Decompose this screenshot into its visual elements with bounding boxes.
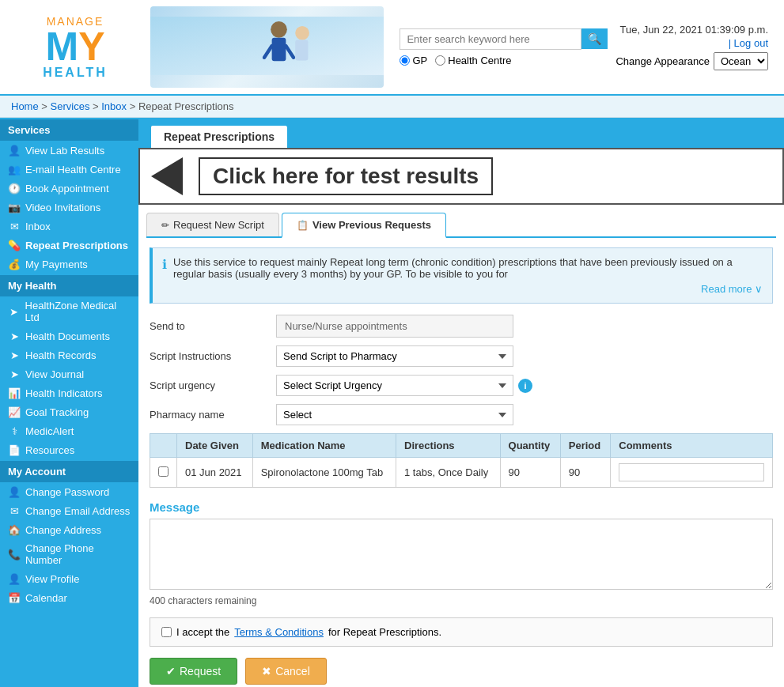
sidebar-item-medicalert[interactable]: ⚕ MedicAlert — [0, 421, 138, 440]
logout-link[interactable]: | Log out — [729, 37, 768, 49]
svg-rect-2 — [272, 38, 286, 62]
tab-view-previous-requests[interactable]: 📋 View Previous Requests — [282, 213, 446, 238]
calendar-icon: 📅 — [8, 591, 21, 604]
profile-icon: 👤 — [8, 572, 21, 585]
sidebar-item-resources[interactable]: 📄 Resources — [0, 440, 138, 459]
sidebar-item-my-payments[interactable]: 💰 My Payments — [0, 255, 138, 274]
col-checkbox — [150, 434, 177, 458]
callout-text[interactable]: Click here for test results — [199, 157, 493, 195]
x-icon: ✖ — [262, 665, 271, 678]
breadcrumb-inbox[interactable]: Inbox — [101, 100, 127, 112]
prescription-table: Date Given Medication Name Directions Qu… — [150, 433, 773, 488]
breadcrumb-current: Repeat Prescriptions — [138, 100, 234, 112]
logo-m: M — [45, 25, 78, 69]
radio-gp[interactable] — [400, 55, 410, 66]
script-instructions-select[interactable]: Send Script to Pharmacy — [276, 345, 513, 367]
sidebar-item-change-email[interactable]: ✉ Change Email Address — [0, 501, 138, 520]
lab-icon: 👤 — [8, 144, 21, 157]
char-count: 400 characters remaining — [150, 595, 773, 606]
info-box: ℹ Use this service to request mainly Rep… — [150, 247, 773, 304]
email-icon: 👥 — [8, 163, 21, 176]
sidebar-item-change-phone[interactable]: 📞 Change Phone Number — [0, 539, 138, 569]
sidebar-item-health-indicators[interactable]: 📊 Health Indicators — [0, 383, 138, 402]
col-date-given: Date Given — [177, 434, 253, 458]
sidebar-item-calendar[interactable]: 📅 Calendar — [0, 588, 138, 607]
row-checkbox-cell — [150, 458, 177, 488]
sidebar-item-health-records[interactable]: ➤ Health Records — [0, 345, 138, 364]
radio-health-centre-label[interactable]: Health Centre — [435, 55, 511, 66]
sidebar-item-view-profile[interactable]: 👤 View Profile — [0, 569, 138, 588]
sidebar-item-book-appointment[interactable]: 🕐 Book Appointment — [0, 179, 138, 198]
sidebar-item-view-lab-results[interactable]: 👤 View Lab Results — [0, 141, 138, 160]
search-area: 🔍 GP Health Centre — [400, 28, 608, 66]
row-quantity: 90 — [500, 458, 560, 488]
datetime: Tue, Jun 22, 2021 01:39:09 p.m. — [615, 24, 768, 36]
pharmacy-name-label: Pharmacy name — [150, 409, 276, 421]
form-row-script-urgency: Script urgency Select Script Urgency i — [150, 375, 773, 396]
radio-health-centre[interactable] — [435, 55, 445, 66]
terms-prefix: I accept the — [176, 626, 229, 638]
row-date-given: 01 Jun 2021 — [177, 458, 253, 488]
script-urgency-info-button[interactable]: i — [518, 379, 532, 393]
callout-banner[interactable]: Click here for test results — [138, 148, 784, 205]
breadcrumb-home[interactable]: Home — [11, 100, 39, 112]
sidebar-item-change-address[interactable]: 🏠 Change Address — [0, 520, 138, 539]
clock-icon: 🕐 — [8, 182, 21, 194]
breadcrumb-services[interactable]: Services — [51, 100, 90, 112]
svg-rect-6 — [295, 40, 308, 61]
terms-link[interactable]: Terms & Conditions — [234, 626, 324, 638]
page-title-bar: Repeat Prescriptions — [138, 118, 784, 148]
inner-content: ℹ Use this service to request mainly Rep… — [138, 238, 784, 687]
inbox-icon: ✉ — [8, 220, 21, 232]
sidebar: Services 👤 View Lab Results 👥 E-mail Hea… — [0, 118, 138, 687]
message-textarea[interactable] — [150, 519, 773, 590]
pencil-icon: ✏ — [161, 220, 169, 231]
col-period: Period — [560, 434, 611, 458]
checkmark-icon: ✔ — [166, 665, 176, 678]
request-button[interactable]: ✔ Request — [150, 658, 237, 685]
pharmacy-name-select[interactable]: Select — [276, 404, 513, 425]
medicalert-icon: ⚕ — [8, 425, 21, 437]
appearance-select[interactable]: Ocean — [714, 52, 768, 70]
terms-checkbox[interactable] — [161, 627, 172, 637]
sidebar-item-goal-tracking[interactable]: 📈 Goal Tracking — [0, 402, 138, 421]
read-more-link[interactable]: Read more ∨ — [173, 283, 763, 295]
sidebar-item-inbox[interactable]: ✉ Inbox — [0, 217, 138, 236]
search-input[interactable] — [400, 28, 581, 50]
header-right: Tue, Jun 22, 2021 01:39:09 p.m. | Log ou… — [608, 20, 776, 74]
radio-gp-label[interactable]: GP — [400, 55, 427, 66]
journal-icon: ➤ — [8, 368, 21, 380]
script-urgency-select[interactable]: Select Script Urgency — [276, 375, 513, 396]
tab-request-new-script[interactable]: ✏ Request New Script — [146, 213, 279, 236]
breadcrumb: Home > Services > Inbox > Repeat Prescri… — [0, 96, 784, 118]
header: MANAGE MY HEALTH — [0, 0, 784, 96]
row-directions: 1 tabs, Once Daily — [396, 458, 501, 488]
resources-icon: 📄 — [8, 444, 21, 456]
sidebar-item-email-health-centre[interactable]: 👥 E-mail Health Centre — [0, 160, 138, 179]
row-comments-input[interactable] — [619, 463, 764, 481]
script-instructions-label: Script Instructions — [150, 350, 276, 362]
cancel-button[interactable]: ✖ Cancel — [245, 658, 327, 685]
sidebar-item-repeat-prescriptions[interactable]: 💊 Repeat Prescriptions — [0, 236, 138, 255]
terms-row: I accept the Terms & Conditions for Repe… — [150, 617, 773, 647]
sidebar-item-change-password[interactable]: 👤 Change Password — [0, 482, 138, 501]
send-to-value: Nurse/Nurse appointments — [276, 315, 513, 338]
prescription-icon: 💊 — [8, 239, 21, 251]
info-circle-icon: ℹ — [162, 257, 167, 272]
phone-icon: 📞 — [8, 548, 21, 561]
sidebar-myhealth-title: My Health — [0, 275, 138, 296]
form-row-script-instructions: Script Instructions Send Script to Pharm… — [150, 345, 773, 367]
search-button[interactable]: 🔍 — [581, 28, 608, 49]
form-row-send-to: Send to Nurse/Nurse appointments — [150, 315, 773, 338]
sub-tabs: ✏ Request New Script 📋 View Previous Req… — [146, 213, 776, 238]
sidebar-item-health-documents[interactable]: ➤ Health Documents — [0, 327, 138, 345]
healthzone-icon: ➤ — [8, 305, 21, 318]
logo-y: Y — [78, 25, 104, 69]
sidebar-item-view-journal[interactable]: ➤ View Journal — [0, 364, 138, 383]
row-checkbox[interactable] — [158, 466, 169, 477]
sidebar-item-video-invitations[interactable]: 📷 Video Invitations — [0, 198, 138, 217]
action-buttons: ✔ Request ✖ Cancel — [150, 658, 773, 685]
sidebar-item-healthzone[interactable]: ➤ HealthZone Medical Ltd — [0, 296, 138, 327]
row-medication-name: Spironolactone 100mg Tab — [252, 458, 396, 488]
script-urgency-label: Script urgency — [150, 379, 276, 391]
